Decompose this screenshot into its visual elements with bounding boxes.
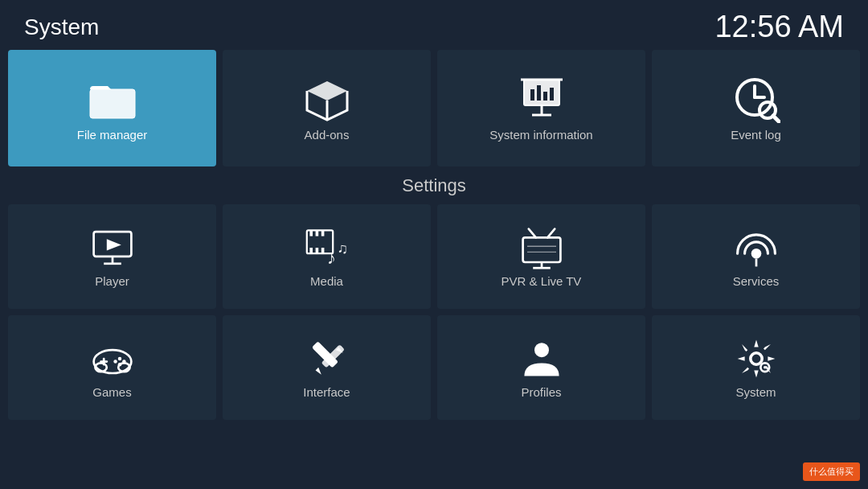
tile-profiles-label: Profiles [521, 385, 561, 399]
tile-games-label: Games [92, 385, 131, 399]
settings-row-1: Player ♪ ♫ Media [8, 204, 860, 309]
settings-section: Settings Player [8, 175, 860, 426]
svg-text:♫: ♫ [337, 240, 348, 257]
svg-rect-31 [522, 237, 560, 262]
tile-player[interactable]: Player [8, 204, 216, 309]
tile-interface[interactable]: Interface [223, 315, 431, 420]
tile-file-manager-label: File manager [77, 128, 148, 142]
services-icon [735, 226, 778, 269]
top-row: File manager Add-ons System infor [8, 50, 860, 166]
svg-rect-7 [537, 85, 541, 101]
svg-rect-9 [550, 88, 554, 101]
svg-rect-8 [543, 92, 547, 101]
media-icon: ♪ ♫ [305, 226, 349, 269]
svg-rect-6 [530, 89, 534, 101]
system-information-icon [518, 75, 566, 123]
svg-rect-27 [315, 248, 318, 253]
tile-player-label: Player [95, 274, 129, 288]
tile-media-label: Media [310, 274, 343, 288]
tile-system-information-label: System information [489, 128, 592, 142]
tile-games[interactable]: Games [8, 315, 216, 420]
svg-line-32 [528, 228, 535, 237]
svg-rect-25 [321, 230, 324, 236]
tile-event-log-label: Event log [731, 128, 781, 142]
svg-marker-19 [106, 239, 121, 250]
system-icon [735, 337, 778, 380]
svg-marker-50 [315, 367, 321, 374]
tile-event-log[interactable]: Event log [652, 50, 860, 166]
tile-media[interactable]: ♪ ♫ Media [223, 204, 431, 309]
svg-rect-0 [90, 89, 135, 118]
profiles-icon [520, 337, 563, 380]
tile-system-label: System [735, 385, 776, 399]
app-title: System [24, 14, 99, 40]
watermark: 什么值得买 [803, 462, 860, 481]
clock: 12:56 AM [714, 10, 844, 44]
svg-line-17 [773, 116, 779, 121]
player-icon [91, 226, 134, 269]
tile-add-ons[interactable]: Add-ons [223, 50, 431, 166]
svg-point-43 [117, 356, 121, 360]
tile-interface-label: Interface [303, 385, 350, 399]
header: System 12:56 AM [0, 0, 868, 54]
tile-system[interactable]: System [652, 315, 860, 420]
tile-add-ons-label: Add-ons [305, 128, 350, 142]
tile-profiles[interactable]: Profiles [437, 315, 645, 420]
svg-rect-23 [309, 230, 313, 236]
event-log-icon [732, 75, 780, 123]
tile-pvr-live-tv-label: PVR & Live TV [502, 274, 582, 288]
tile-system-information[interactable]: System information [437, 50, 645, 166]
svg-rect-28 [321, 248, 324, 253]
svg-point-56 [764, 366, 767, 369]
svg-point-46 [113, 360, 117, 364]
svg-marker-2 [307, 81, 347, 101]
add-ons-icon [303, 75, 351, 123]
tile-file-manager[interactable]: File manager [8, 50, 216, 166]
interface-icon [305, 337, 349, 380]
svg-line-33 [547, 228, 555, 237]
pvr-live-tv-icon [520, 226, 563, 269]
svg-rect-24 [315, 230, 318, 236]
tile-pvr-live-tv[interactable]: PVR & Live TV [437, 204, 645, 309]
svg-point-38 [751, 248, 761, 258]
svg-point-53 [534, 343, 549, 357]
settings-row-2: Games Interface Profiles [8, 315, 860, 420]
svg-rect-26 [309, 248, 313, 253]
games-icon [91, 337, 134, 380]
svg-rect-4 [524, 80, 559, 105]
file-manager-icon [88, 75, 137, 123]
tile-services-label: Services [733, 274, 780, 288]
settings-heading: Settings [8, 175, 860, 196]
svg-text:♪: ♪ [327, 247, 336, 267]
tile-services[interactable]: Services [652, 204, 860, 309]
svg-point-54 [750, 352, 761, 364]
